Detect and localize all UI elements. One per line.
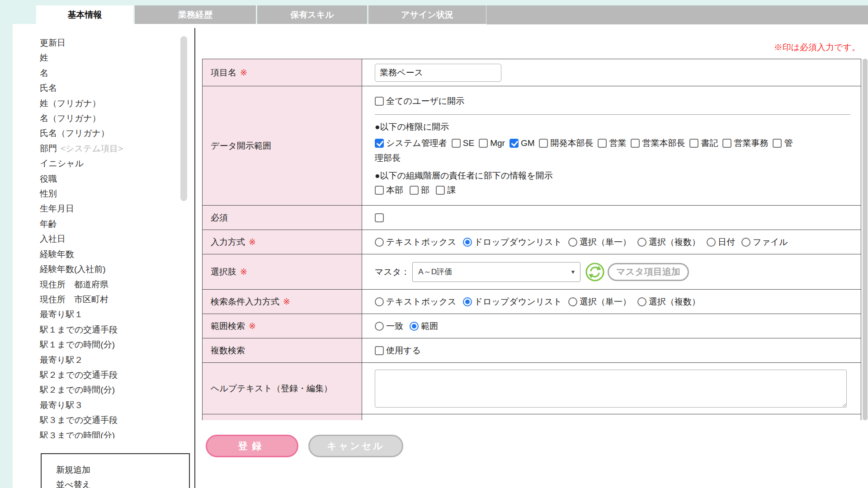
add-master-item-button[interactable]: マスタ項目追加 (608, 263, 689, 281)
sidebar-item[interactable]: 名（フリガナ） (40, 111, 175, 126)
tab-basic-info[interactable]: 基本情報 (36, 5, 133, 24)
range-radio-label[interactable]: 範囲 (410, 320, 438, 332)
perm-checkbox[interactable] (375, 139, 384, 148)
sidebar-item[interactable]: 名 (40, 66, 175, 80)
input-type-radio-label[interactable]: ファイル (741, 236, 788, 248)
input-type-radio[interactable] (707, 238, 716, 247)
org-checkbox-label[interactable]: 部 (410, 184, 429, 196)
search-type-radio-label[interactable]: 選択（複数） (637, 296, 700, 308)
input-type-radio[interactable] (463, 238, 472, 247)
perm-checkbox-label[interactable]: 営業 (598, 138, 626, 148)
perm-checkbox-label[interactable]: GM (509, 138, 535, 148)
range-radio[interactable] (375, 322, 384, 331)
field-settings-table: 項目名※ データ開示範囲 全てのユーザに開示 ●以下の権限に開示 システム管理者… (202, 59, 861, 420)
range-radio-label[interactable]: 一致 (375, 320, 403, 332)
sidebar-item[interactable]: 駅２までの時間(分) (40, 382, 175, 397)
input-type-radio-label[interactable]: 選択（単一） (568, 236, 631, 248)
search-type-radio[interactable] (568, 297, 577, 306)
sidebar-item[interactable]: 生年月日 (40, 201, 175, 216)
sidebar-item-label: 入社日 (40, 234, 66, 244)
tab-assign-status[interactable]: アサイン状況 (368, 5, 486, 24)
sidebar-item[interactable]: 最寄り駅２ (40, 352, 175, 367)
sidebar-item[interactable]: 現住所 市区町村 (40, 292, 175, 307)
perm-checkbox[interactable] (539, 139, 548, 148)
sidebar-item[interactable]: 姓（フリガナ） (40, 96, 175, 111)
org-checkbox[interactable] (436, 186, 445, 195)
sidebar-item-label: 最寄り駅３ (40, 400, 83, 410)
search-type-radio-label[interactable]: 選択（単一） (568, 296, 631, 308)
help-text-area[interactable] (375, 370, 847, 408)
range-radio[interactable] (410, 322, 419, 331)
master-select[interactable]: A～D評価 (412, 262, 580, 282)
cancel-button[interactable]: キャンセル (308, 435, 403, 457)
perm-checkbox[interactable] (509, 139, 519, 148)
required-checkbox[interactable] (375, 213, 384, 222)
sidebar-item[interactable]: 更新日 (40, 35, 175, 50)
search-type-radio-label[interactable]: テキストボックス (375, 296, 457, 308)
perm-checkbox-label[interactable]: システム管理者 (375, 138, 447, 148)
sidebar-item[interactable]: 氏名（フリガナ） (40, 126, 175, 141)
sidebar-menu-item[interactable]: 並べ替え (56, 477, 189, 488)
sidebar-item[interactable]: イニシャル (40, 156, 175, 171)
item-name-input[interactable] (375, 64, 501, 82)
multi-search-checkbox[interactable] (375, 346, 384, 355)
sidebar-item[interactable]: 最寄り駅３ (40, 398, 175, 413)
page-scrollbar[interactable] (863, 59, 868, 420)
search-type-radio-label[interactable]: ドロップダウンリスト (463, 296, 562, 308)
org-checkbox[interactable] (410, 186, 419, 195)
perm-checkbox-label[interactable]: Mgr (479, 138, 505, 148)
sidebar-item[interactable]: 部門<システム項目> (40, 141, 175, 156)
input-type-radio[interactable] (637, 238, 646, 247)
sidebar-item[interactable]: 駅３までの時間(分) (40, 428, 175, 438)
search-type-radio[interactable] (637, 297, 646, 306)
perm-checkbox[interactable] (689, 139, 698, 148)
org-checkbox[interactable] (375, 186, 384, 195)
refresh-master-button[interactable] (585, 262, 605, 282)
sidebar-item[interactable]: 役職 (40, 171, 175, 186)
sidebar-item[interactable]: 駅３までの交通手段 (40, 413, 175, 427)
perm-checkbox-label[interactable]: 営業本部長 (631, 138, 685, 148)
sidebar-item[interactable]: 駅１までの時間(分) (40, 337, 175, 352)
perm-header: ●以下の権限に開示 (375, 121, 861, 133)
multi-search-checkbox-label[interactable]: 使用する (375, 346, 421, 355)
all-users-checkbox[interactable] (375, 97, 384, 106)
input-type-radio-label[interactable]: 日付 (707, 236, 735, 248)
perm-checkbox[interactable] (598, 139, 607, 148)
perm-checkbox-label[interactable]: 書記 (689, 138, 718, 148)
input-type-radio-label[interactable]: ドロップダウンリスト (463, 236, 562, 248)
sidebar-item[interactable]: 駅１までの交通手段 (40, 322, 175, 337)
perm-checkbox[interactable] (479, 139, 488, 148)
sidebar-item[interactable]: 姓 (40, 50, 175, 65)
search-type-radio[interactable] (463, 297, 472, 306)
input-type-radio[interactable] (375, 238, 384, 247)
sidebar-item[interactable]: 年齢 (40, 216, 175, 231)
sidebar-item[interactable]: 氏名 (40, 80, 175, 95)
submit-button[interactable]: 登録 (206, 435, 298, 457)
input-type-radio-label[interactable]: テキストボックス (375, 236, 457, 248)
sidebar-item[interactable]: 経験年数(入社前) (40, 262, 175, 277)
org-checkbox-label[interactable]: 課 (436, 184, 456, 196)
sidebar-menu-item[interactable]: 新規追加 (56, 462, 189, 477)
sidebar-item[interactable]: 最寄り駅１ (40, 307, 175, 322)
perm-checkbox[interactable] (452, 139, 461, 148)
perm-checkbox[interactable] (773, 139, 782, 148)
sidebar-item[interactable]: 経験年数 (40, 247, 175, 262)
input-type-radio[interactable] (568, 238, 577, 247)
sidebar-item[interactable]: 入社日 (40, 231, 175, 246)
perm-checkbox-label[interactable]: 開発本部長 (539, 138, 593, 148)
perm-checkbox-label[interactable]: 営業事務 (722, 138, 768, 148)
sidebar-item[interactable]: 現住所 都道府県 (40, 277, 175, 292)
all-users-checkbox-label[interactable]: 全てのユーザに開示 (375, 96, 464, 106)
org-checkbox-label[interactable]: 本部 (375, 184, 403, 196)
sidebar-item[interactable]: 性別 (40, 186, 175, 201)
input-type-radio[interactable] (741, 238, 750, 247)
input-type-radio-label[interactable]: 選択（複数） (637, 236, 700, 248)
perm-checkbox[interactable] (631, 139, 640, 148)
sidebar-item[interactable]: 駅２までの交通手段 (40, 367, 175, 382)
sidebar-scrollbar[interactable] (180, 36, 187, 201)
tab-skills[interactable]: 保有スキル (257, 5, 367, 24)
tab-work-history[interactable]: 業務経歴 (135, 5, 256, 24)
search-type-radio[interactable] (375, 297, 384, 306)
perm-checkbox[interactable] (722, 139, 731, 148)
perm-checkbox-label[interactable]: SE (452, 138, 474, 148)
